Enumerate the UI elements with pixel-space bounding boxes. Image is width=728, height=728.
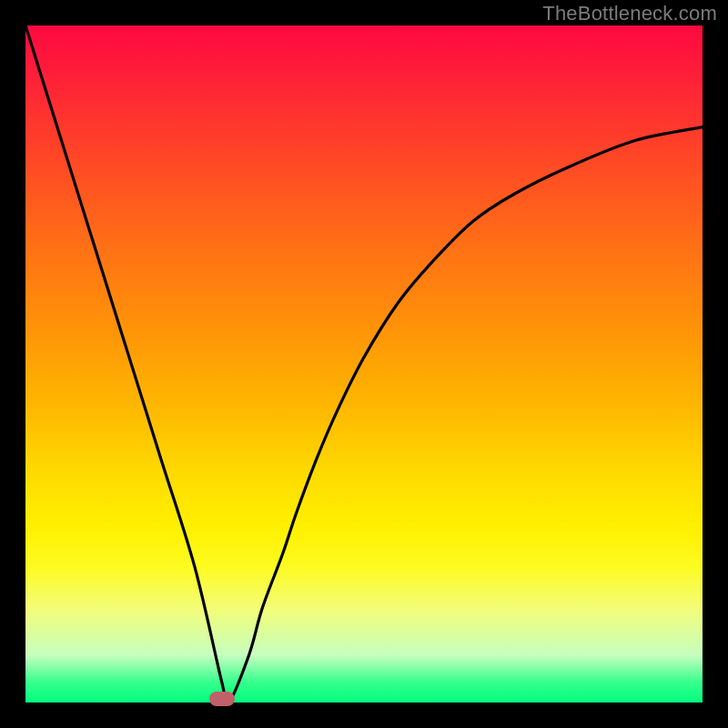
curve-path <box>25 25 703 703</box>
watermark-text: TheBottleneck.com <box>542 2 717 25</box>
chart-frame: TheBottleneck.com <box>0 0 728 728</box>
min-marker <box>209 692 235 706</box>
plot-area <box>25 25 703 703</box>
chart-svg <box>25 25 703 703</box>
